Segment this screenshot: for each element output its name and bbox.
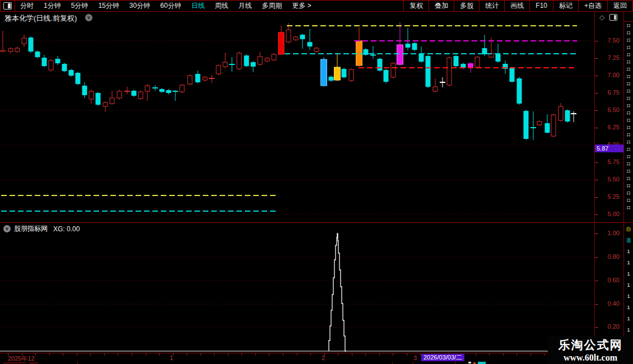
period-item[interactable]: 周线 bbox=[210, 1, 233, 11]
axis-divider bbox=[594, 12, 595, 361]
window-icon[interactable] bbox=[609, 14, 617, 21]
candle bbox=[454, 55, 459, 67]
chevron-down-icon[interactable]: v bbox=[85, 14, 92, 21]
vertical-text-strip: 口口口口口口口口口口口口口口口口口口口口口口口口口口 bbox=[624, 21, 633, 222]
title-row: 雅本化学(日线.前复权) v ◇ bbox=[0, 12, 633, 22]
toolbar-item[interactable]: 复权 bbox=[403, 1, 429, 11]
candle bbox=[117, 90, 122, 100]
indicator-header: v 股朋指标网 XG: 0.00 bbox=[3, 224, 80, 234]
candle bbox=[300, 34, 305, 49]
candle bbox=[551, 114, 556, 137]
candle bbox=[203, 76, 207, 82]
toolbar-item[interactable]: F10 bbox=[529, 1, 553, 11]
candle bbox=[76, 72, 81, 85]
candle bbox=[517, 77, 522, 105]
candle bbox=[272, 53, 276, 61]
date-label: 3 bbox=[413, 354, 417, 361]
candle bbox=[188, 74, 192, 85]
candle bbox=[180, 84, 184, 93]
candle bbox=[378, 58, 383, 72]
y-axis-label: 7.50 bbox=[595, 37, 620, 44]
candle bbox=[69, 69, 74, 77]
chevron-down-icon[interactable]: v bbox=[3, 225, 11, 232]
period-item[interactable]: 更多 > bbox=[287, 1, 316, 11]
y-axis-label: 0.20 bbox=[595, 323, 620, 330]
candle bbox=[152, 85, 158, 91]
candle bbox=[329, 76, 334, 82]
candle bbox=[571, 111, 576, 122]
candle bbox=[145, 84, 150, 101]
y-axis-label: 6.50 bbox=[595, 106, 620, 113]
candle bbox=[124, 87, 130, 94]
period-item[interactable]: 60分钟 bbox=[155, 1, 186, 11]
candle bbox=[545, 114, 550, 133]
date-axis[interactable]: 2025年121232026/03/03/二 bbox=[0, 353, 633, 362]
watermark-site-name: 乐淘公式网 bbox=[548, 337, 633, 353]
toolbar-item[interactable]: 叠加 bbox=[429, 1, 454, 11]
toolbar-item[interactable]: 返回 bbox=[607, 1, 632, 11]
toolbar-item[interactable]: 多股 bbox=[454, 1, 479, 11]
y-axis-label: 5.25 bbox=[595, 193, 620, 200]
period-item[interactable]: 15分钟 bbox=[93, 1, 124, 11]
candle bbox=[15, 46, 20, 53]
period-item[interactable]: 分时 bbox=[15, 1, 39, 11]
candle bbox=[132, 90, 137, 97]
toolbar-item[interactable]: +自选 bbox=[578, 1, 607, 11]
candle bbox=[537, 120, 542, 126]
period-item[interactable]: 多周期 bbox=[257, 1, 287, 11]
indicator-chart[interactable] bbox=[0, 222, 594, 353]
candle bbox=[89, 90, 94, 104]
candle bbox=[321, 57, 327, 87]
period-item[interactable]: 1分钟 bbox=[39, 1, 66, 11]
toolbar-item[interactable]: 标记 bbox=[553, 1, 578, 11]
topbar: 分时1分钟5分钟15分钟30分钟60分钟日线周线月线多周期更多 > 复权叠加多股… bbox=[0, 0, 633, 12]
y-axis-label: 5.75 bbox=[595, 158, 620, 165]
y-axis-label: 0.80 bbox=[595, 253, 620, 260]
watermark-url: www.60lt.com bbox=[548, 353, 633, 363]
period-item[interactable]: 30分钟 bbox=[124, 1, 155, 11]
diamond-icon[interactable]: ◇ bbox=[599, 13, 604, 21]
candle bbox=[8, 47, 13, 53]
toolbar-item[interactable]: 统计 bbox=[479, 1, 504, 11]
candle bbox=[96, 92, 101, 106]
candle bbox=[524, 110, 529, 140]
period-menu: 分时1分钟5分钟15分钟30分钟60分钟日线周线月线多周期更多 > bbox=[15, 1, 316, 11]
candle bbox=[530, 111, 536, 140]
candle bbox=[308, 29, 313, 50]
date-label: 1 bbox=[170, 354, 173, 361]
toolbar-item[interactable]: 画线 bbox=[504, 1, 529, 11]
candle bbox=[82, 82, 87, 98]
candle bbox=[1, 31, 5, 52]
candle bbox=[342, 68, 347, 78]
candle bbox=[49, 59, 53, 72]
candle bbox=[209, 75, 215, 83]
period-item[interactable]: 月线 bbox=[233, 1, 257, 11]
window-split-icon[interactable] bbox=[3, 2, 12, 10]
candle bbox=[391, 62, 395, 78]
candle bbox=[258, 52, 262, 66]
candle bbox=[244, 54, 249, 67]
candle bbox=[412, 42, 417, 52]
panel-separator bbox=[0, 222, 633, 223]
candle bbox=[294, 36, 298, 41]
candle bbox=[55, 56, 60, 65]
candlestick-chart[interactable] bbox=[0, 22, 594, 222]
candle bbox=[433, 78, 437, 92]
period-item[interactable]: 日线 bbox=[186, 1, 210, 11]
candle bbox=[334, 54, 341, 81]
indicator-value: XG: 0.00 bbox=[53, 225, 80, 233]
y-axis-label: 1.00 bbox=[595, 230, 620, 236]
y-axis-label: 7.25 bbox=[595, 54, 620, 61]
candle bbox=[229, 57, 235, 72]
clipped-status-strip bbox=[0, 362, 633, 364]
candle bbox=[419, 46, 424, 63]
xg-signal-spike bbox=[329, 234, 346, 351]
candle bbox=[384, 69, 389, 83]
candle bbox=[370, 46, 376, 59]
period-item[interactable]: 5分钟 bbox=[66, 1, 94, 11]
candle bbox=[364, 48, 369, 56]
candle bbox=[166, 89, 171, 95]
y-axis-label: 6.75 bbox=[595, 89, 620, 96]
candle bbox=[196, 71, 201, 83]
candle bbox=[406, 28, 411, 50]
